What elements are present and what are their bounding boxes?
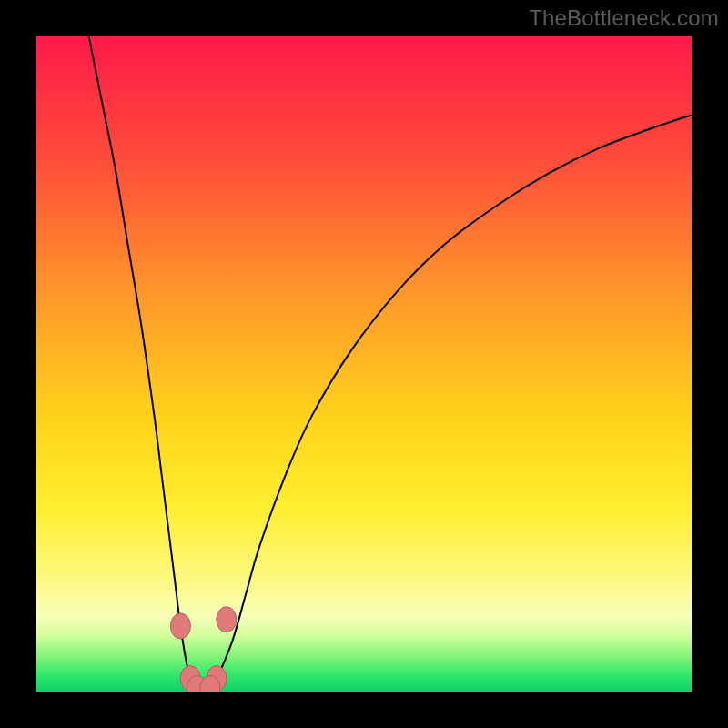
- gradient-background: [36, 36, 692, 692]
- curve-marker: [217, 607, 237, 632]
- outer-frame: TheBottleneck.com: [0, 0, 728, 728]
- chart-svg: [36, 36, 692, 692]
- plot-area: [36, 36, 692, 692]
- curve-marker: [170, 613, 190, 639]
- attribution-text: TheBottleneck.com: [529, 5, 719, 31]
